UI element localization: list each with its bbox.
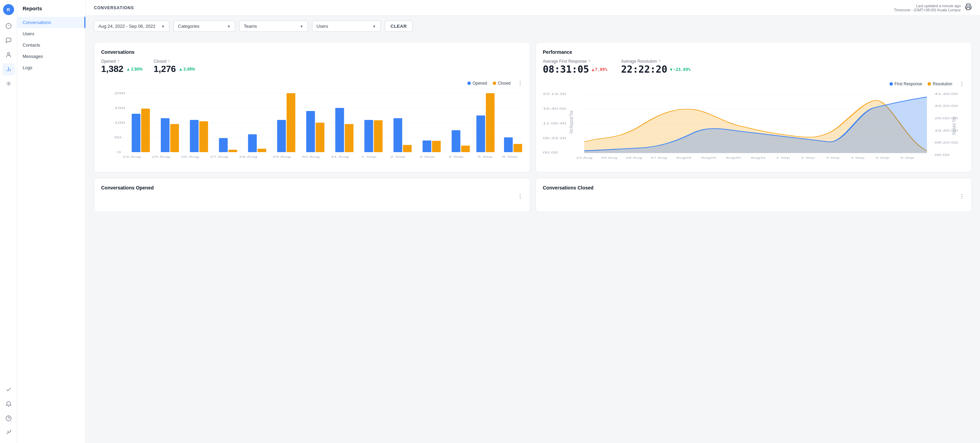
performance-stats-row: Average First Response ? 08:31:05 ▲ 7.09… [543,59,964,75]
svg-text:Aug30: Aug30 [725,156,741,159]
nav-icon-bell[interactable] [2,398,15,410]
svg-rect-26 [199,121,208,152]
first-response-change: ▲ 7.09% [592,67,607,72]
svg-rect-25 [190,120,199,152]
svg-text:0: 0 [117,151,121,154]
nav-icon-contacts[interactable] [2,49,15,61]
clear-button[interactable]: CLEAR [385,21,412,32]
conversations-closed-more-icon[interactable]: ⋮ [959,193,964,200]
svg-rect-47 [504,137,512,152]
chevron-down-icon: ▼ [227,24,231,29]
nav-item-conversations[interactable]: Conversations [17,17,85,28]
stat-opened: Opened ? 1,382 ▲ 2.90% [101,59,143,75]
last-updated: Last updated a minute ago Timezone - (GM… [894,4,961,12]
svg-rect-28 [228,150,237,152]
svg-text:2 Sep: 2 Sep [801,156,815,159]
svg-point-3 [8,52,10,54]
nav-item-messages[interactable]: Messages [17,51,85,62]
svg-rect-32 [287,93,295,152]
svg-text:3 Sep: 3 Sep [419,155,434,158]
closed-help-icon[interactable]: ? [168,59,170,64]
svg-text:25 Aug: 25 Aug [152,155,170,158]
nav-item-contacts[interactable]: Contacts [17,40,85,51]
conversations-opened-more-icon[interactable]: ⋮ [517,193,523,200]
nav-icon-chat[interactable] [2,34,15,47]
user-avatar[interactable]: R [3,4,14,15]
stat-closed: Closed ? 1,276 ▲ 2.49% [154,59,195,75]
chevron-down-icon: ▼ [300,24,304,29]
svg-text:150: 150 [114,106,125,110]
svg-rect-27 [219,138,228,152]
opened-legend-dot [468,81,471,85]
svg-rect-29 [248,134,256,152]
svg-rect-41 [422,140,431,152]
svg-text:27 Aug: 27 Aug [651,156,667,159]
svg-rect-42 [432,141,441,152]
svg-text:200: 200 [114,92,125,95]
svg-rect-38 [374,120,382,152]
svg-text:100: 100 [114,121,125,124]
svg-text:22:13:20: 22:13:20 [543,92,566,95]
printer-icon[interactable] [965,3,972,12]
svg-text:3 Sep: 3 Sep [826,156,840,159]
perf-stat-resolution: Average Resolution ? 22:22:20 ▼ -23.69% [621,59,690,75]
svg-text:5 Sep: 5 Sep [478,155,493,158]
svg-text:27 Aug: 27 Aug [210,155,228,158]
nav-icon-help[interactable] [2,412,15,424]
svg-rect-39 [394,118,402,152]
svg-rect-33 [306,111,315,152]
svg-text:00:00: 00:00 [934,153,950,156]
nav-icon-check-double[interactable] [2,383,15,396]
svg-text:Aug31: Aug31 [751,156,766,159]
conversations-closed-card: Conversations Closed ⋮ [536,178,972,212]
chevron-down-icon: ▼ [372,24,376,29]
icon-strip: R [0,0,17,443]
svg-rect-48 [513,144,522,152]
conversations-more-icon[interactable]: ⋮ [517,80,523,86]
opened-help-icon[interactable]: ? [117,59,119,64]
svg-text:5 Sep: 5 Sep [876,156,890,159]
nav-icon-check-all[interactable] [2,427,15,439]
filters-bar: Aug 24, 2022 - Sep 06, 2022 ▼ Categories… [86,16,980,37]
first-response-help-icon[interactable]: ? [589,59,590,64]
svg-text:41:40:00: 41:40:00 [934,92,958,95]
svg-text:33:20:00: 33:20:00 [934,105,958,108]
conversations-bar-chart: 200 150 100 50 0 [101,89,523,164]
resolution-help-icon[interactable]: ? [659,59,660,64]
nav-item-logs[interactable]: Logs [17,62,85,73]
svg-rect-21 [132,114,140,152]
svg-text:6 Sep: 6 Sep [502,155,517,158]
svg-rect-34 [316,123,325,152]
teams-filter[interactable]: Teams ▼ [239,21,308,32]
first-response-legend-dot [889,82,893,86]
svg-rect-44 [461,146,470,152]
date-range-filter[interactable]: Aug 24, 2022 - Sep 06, 2022 ▼ [94,21,169,32]
svg-text:26 Aug: 26 Aug [181,155,199,158]
svg-text:4 Sep: 4 Sep [449,155,464,158]
nav-item-users[interactable]: Users [17,28,85,40]
svg-rect-24 [170,124,179,152]
perf-stat-first-response: Average First Response ? 08:31:05 ▲ 7.09… [543,59,607,75]
performance-card-title: Performance [543,49,964,55]
users-filter[interactable]: Users ▼ [312,21,380,32]
closed-change: ▲ 2.49% [179,67,195,71]
svg-rect-43 [452,130,460,152]
svg-text:30 Aug: 30 Aug [301,155,320,158]
nav-icon-reports[interactable] [2,63,15,75]
svg-rect-10 [967,8,970,10]
area-chart-svg: 22:13:20 16:40:00 11:06:40 05:33:20 00:0… [543,90,964,165]
svg-rect-40 [403,145,412,152]
nav-icon-home[interactable] [2,20,15,32]
svg-text:50: 50 [114,136,121,139]
performance-more-icon[interactable]: ⋮ [959,81,964,87]
page-title: CONVERSATIONS [94,5,134,10]
categories-filter[interactable]: Categories ▼ [173,21,235,32]
svg-text:4 Sep: 4 Sep [851,156,865,159]
nav-icon-settings[interactable] [2,78,15,90]
svg-text:26 Aug: 26 Aug [626,156,642,159]
svg-text:05:33:20: 05:33:20 [543,137,566,140]
svg-rect-23 [161,118,169,152]
svg-text:1 Sep: 1 Sep [776,156,791,159]
svg-text:1 Sep: 1 Sep [361,155,376,158]
svg-text:08:20:00: 08:20:00 [934,141,958,144]
